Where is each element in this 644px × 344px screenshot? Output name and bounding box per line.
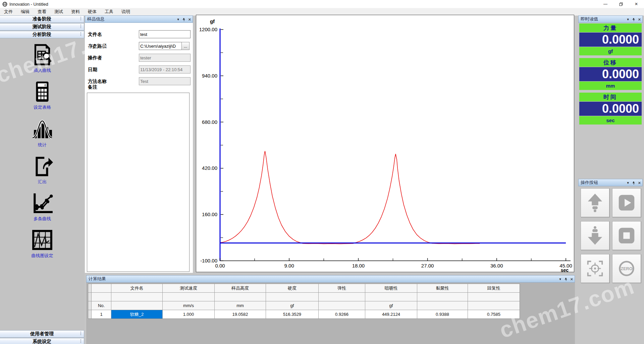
results-cell[interactable]: 0.9266 [319, 310, 365, 318]
tool-label: 汇出 [0, 179, 85, 185]
results-cell [163, 293, 214, 301]
results-cell[interactable]: 449.2124 [365, 310, 417, 318]
readout-unit: sec [579, 116, 642, 125]
stage-label: 系统设定 [33, 339, 51, 344]
sidebar: 准备阶段⋮测试阶段⋮分析阶段⋮ 插入曲线8设定表格统计汇出多条曲线曲线图设定 使… [0, 15, 85, 344]
results-header-cell: 回复性 [468, 284, 520, 292]
results-no-header: No. [92, 301, 111, 310]
browse-button[interactable]: ... [181, 42, 190, 50]
pin-icon[interactable] [632, 18, 636, 21]
results-header-cell: 文件名 [111, 284, 162, 292]
multi-curve-icon [31, 192, 53, 214]
row-selector[interactable] [88, 310, 91, 318]
field-input-0[interactable] [139, 30, 191, 38]
target-button[interactable] [581, 254, 609, 283]
menu-item[interactable]: 资料 [67, 8, 84, 15]
row-selector [88, 284, 91, 292]
tool-export[interactable]: 汇出 [0, 155, 85, 185]
results-table: 文件名测试速度样品高度硬度弹性咀嚼性黏聚性回复性No.mm/smmgfgf1软糖… [88, 284, 520, 319]
field-label: 存盘路径 [88, 43, 107, 49]
results-cell[interactable]: 19.0582 [215, 310, 266, 318]
panel-menu-icon[interactable]: ▼ [559, 278, 562, 281]
pin-icon[interactable] [564, 278, 568, 281]
action-title: 操作按钮 [581, 180, 598, 186]
svg-text:ZERO: ZERO [621, 266, 633, 271]
stop-button[interactable] [612, 221, 641, 250]
tool-label: 设定表格 [0, 104, 85, 110]
panel-menu-icon[interactable]: ▼ [177, 18, 180, 21]
panel-menu-icon[interactable]: ▼ [627, 182, 630, 185]
results-cell [92, 293, 111, 301]
tool-chart-settings[interactable]: 曲线图设定 [0, 229, 85, 259]
stage-label: 分析阶段 [33, 32, 51, 38]
sidebar-stage-button[interactable]: 测试阶段⋮ [0, 23, 84, 31]
field-input-2 [139, 54, 191, 62]
field-input-1[interactable] [139, 42, 182, 50]
results-unit-cell [468, 301, 520, 310]
chart-settings-icon [31, 229, 53, 251]
results-cell [468, 293, 520, 301]
panel-close-icon[interactable]: ✕ [570, 278, 573, 281]
results-cell [215, 293, 266, 301]
grip-icon: ⋮ [79, 24, 83, 29]
menu-item[interactable]: 编辑 [17, 8, 34, 15]
results-unit-cell: mm/s [163, 301, 214, 310]
svg-text:gf: gf [210, 18, 215, 24]
remark-textarea[interactable] [87, 93, 190, 272]
zero-button[interactable]: ZERO [612, 254, 641, 283]
move-up-button[interactable] [581, 188, 609, 217]
menu-item[interactable]: 测试 [50, 8, 67, 15]
results-cell[interactable]: 516.3529 [266, 310, 318, 318]
readout-titlebar: 即时读值 ▼✕ [578, 15, 643, 23]
panel-close-icon[interactable]: ✕ [188, 18, 191, 21]
panel-close-icon[interactable]: ✕ [638, 18, 641, 21]
close-button[interactable]: ✕ [629, 0, 644, 8]
results-unit-cell: gf [266, 301, 318, 310]
results-cell [319, 293, 365, 301]
tool-insert-curve[interactable]: 插入曲线 [0, 44, 85, 73]
menu-item[interactable]: 文件 [0, 8, 17, 15]
results-header-cell: 硬度 [266, 284, 318, 292]
pin-icon[interactable] [632, 181, 636, 185]
sidebar-stage-button[interactable]: 使用者管理⋮ [0, 330, 84, 338]
svg-text:-100.00: -100.00 [200, 258, 217, 263]
svg-text:0.00: 0.00 [215, 263, 225, 268]
sidebar-stage-button[interactable]: 分析阶段⋮ [0, 31, 84, 38]
results-cell [365, 293, 417, 301]
results-row-number[interactable]: 1 [92, 310, 111, 318]
results-cell[interactable]: 1.000 [163, 310, 214, 318]
results-header-cell [92, 284, 111, 292]
tool-multi-curve[interactable]: 多条曲线 [0, 192, 85, 222]
action-titlebar: 操作按钮 ▼✕ [578, 179, 643, 186]
minimize-button[interactable]: — [598, 0, 613, 8]
sample-info-panel: 样品信息 ▼✕ 文件名存盘路径...操作者日期方法名称 备注 [85, 15, 193, 273]
svg-text:27.00: 27.00 [421, 263, 434, 268]
menu-item[interactable]: 说明 [117, 8, 134, 15]
pin-icon[interactable] [182, 18, 186, 21]
readout-value: 0.0000 [579, 102, 642, 116]
results-cell[interactable]: 0.7585 [468, 310, 520, 318]
tool-calculator[interactable]: 8设定表格 [0, 81, 85, 110]
sidebar-stage-button[interactable]: 准备阶段⋮ [0, 15, 84, 23]
panel-menu-icon[interactable]: ▼ [627, 18, 630, 21]
sample-info-titlebar: 样品信息 ▼✕ [85, 15, 193, 23]
force-time-chart: 1200.00940.00680.00420.00160.00-100.000.… [196, 15, 574, 272]
panel-close-icon[interactable]: ✕ [638, 181, 641, 185]
menu-item[interactable]: 查看 [34, 8, 50, 15]
move-down-icon [585, 225, 605, 246]
sidebar-stage-button[interactable]: 系统设定⋮ [0, 338, 84, 344]
menu-item[interactable]: 硬体 [84, 8, 101, 15]
move-down-button[interactable] [581, 221, 609, 250]
svg-text:420.00: 420.00 [202, 165, 217, 171]
results-cell[interactable]: 软糖_2 [111, 310, 162, 318]
field-input-4 [139, 77, 191, 85]
menu-item[interactable]: 工具 [101, 8, 117, 15]
restore-button[interactable] [613, 0, 629, 8]
results-cell[interactable]: 0.9388 [417, 310, 468, 318]
tool-statistics[interactable]: 统计 [0, 118, 85, 148]
tool-label: 多条曲线 [0, 216, 85, 222]
grip-icon: ⋮ [79, 32, 83, 36]
run-button[interactable] [612, 188, 641, 217]
results-cell [417, 293, 468, 301]
readout-label: 位移 [579, 58, 642, 67]
